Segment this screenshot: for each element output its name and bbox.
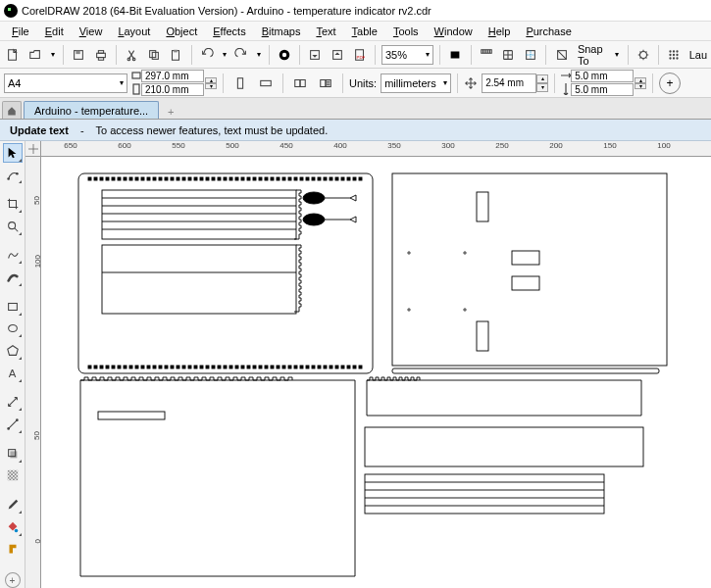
pick-tool[interactable]: [3, 143, 23, 163]
print-button[interactable]: [91, 44, 110, 66]
portrait-button[interactable]: [229, 73, 251, 94]
svg-point-29: [677, 53, 679, 55]
svg-rect-74: [171, 177, 174, 180]
connector-tool[interactable]: [3, 415, 23, 434]
duplicate-y-input[interactable]: 5.0 mm: [571, 83, 634, 96]
redo-dropdown[interactable]: ▾: [254, 50, 262, 59]
svg-rect-105: [353, 177, 356, 180]
svg-marker-164: [350, 195, 356, 201]
export-button[interactable]: [329, 44, 347, 66]
nudge-distance-input[interactable]: 2.54 mm: [482, 74, 536, 93]
menu-view[interactable]: View: [72, 24, 111, 39]
app-launcher-button[interactable]: [665, 44, 684, 66]
menu-help[interactable]: Help: [481, 24, 519, 39]
horizontal-ruler[interactable]: 650 600 550 500 450 400 350 300 250 200 …: [41, 141, 711, 157]
menu-layout[interactable]: Layout: [110, 24, 158, 39]
units-dropdown[interactable]: millimeters ▾: [381, 74, 451, 93]
svg-rect-142: [294, 366, 297, 368]
duplicate-x-input[interactable]: 5.0 mm: [571, 70, 634, 82]
svg-rect-151: [347, 366, 350, 368]
svg-text:A: A: [8, 368, 16, 379]
undo-button[interactable]: [198, 44, 217, 66]
menu-table[interactable]: Table: [344, 24, 385, 39]
snap-off-button[interactable]: [552, 44, 571, 66]
text-tool[interactable]: A: [3, 364, 23, 383]
page-width-input[interactable]: 297.0 mm: [141, 70, 204, 82]
svg-rect-100: [324, 177, 327, 180]
open-dropdown[interactable]: ▾: [48, 50, 56, 59]
svg-line-50: [8, 420, 17, 429]
zoom-tool[interactable]: [3, 217, 23, 236]
svg-line-49: [8, 398, 17, 407]
menu-file[interactable]: File: [4, 24, 37, 39]
add-tab-button[interactable]: +: [163, 105, 178, 119]
duplicate-spinner[interactable]: ▴▾: [635, 77, 646, 89]
publish-pdf-button[interactable]: PDF: [350, 44, 369, 66]
menu-window[interactable]: Window: [427, 24, 481, 39]
app-icon: [4, 4, 18, 18]
freehand-tool[interactable]: [3, 246, 23, 266]
import-button[interactable]: [306, 44, 325, 66]
menu-object[interactable]: Object: [158, 24, 205, 39]
welcome-tab-button[interactable]: [2, 101, 22, 119]
treat-as-filled-button[interactable]: +: [659, 73, 681, 94]
eyedropper-tool[interactable]: [3, 495, 23, 514]
show-rulers-button[interactable]: [477, 44, 495, 66]
page-size-dropdown[interactable]: A4 ▾: [4, 74, 127, 93]
crop-tool[interactable]: [3, 194, 23, 214]
svg-rect-129: [218, 366, 221, 368]
quick-customize-button[interactable]: +: [5, 572, 21, 588]
menu-bitmaps[interactable]: Bitmaps: [254, 24, 309, 39]
all-pages-button[interactable]: [289, 73, 311, 94]
artistic-media-tool[interactable]: [3, 268, 23, 287]
svg-rect-126: [200, 366, 203, 368]
shape-tool[interactable]: [3, 166, 23, 185]
menu-tools[interactable]: Tools: [385, 24, 427, 39]
rectangle-tool[interactable]: [3, 297, 23, 317]
svg-rect-77: [188, 177, 191, 180]
current-page-button[interactable]: [315, 73, 336, 94]
vertical-ruler[interactable]: 50 100 50 0: [25, 157, 41, 588]
drop-shadow-tool[interactable]: [3, 444, 23, 464]
new-button[interactable]: [4, 44, 23, 66]
transparency-tool[interactable]: [3, 466, 23, 486]
show-grid-button[interactable]: [499, 44, 518, 66]
svg-rect-66: [124, 177, 127, 180]
svg-rect-116: [141, 366, 144, 368]
show-guidelines-button[interactable]: [522, 44, 540, 66]
svg-line-44: [14, 228, 18, 232]
cut-button[interactable]: [123, 44, 141, 66]
menu-effects[interactable]: Effects: [205, 24, 253, 39]
polygon-tool[interactable]: [3, 341, 23, 361]
page-dim-spinner[interactable]: ▴▾: [205, 77, 217, 89]
ruler-origin-icon[interactable]: [25, 141, 41, 157]
dimension-tool[interactable]: [3, 393, 23, 413]
svg-rect-133: [241, 366, 244, 368]
redo-button[interactable]: [232, 44, 251, 66]
zoom-level-dropdown[interactable]: 35% ▾: [381, 45, 433, 65]
save-button[interactable]: [70, 44, 88, 66]
nudge-spinner[interactable]: ▴▾: [536, 74, 548, 92]
paste-button[interactable]: [167, 44, 185, 66]
fullscreen-preview-button[interactable]: [446, 44, 465, 66]
document-tab[interactable]: Arduino - temperature...: [24, 101, 159, 119]
snap-to-dropdown[interactable]: Snap To ▾: [575, 45, 622, 65]
ellipse-tool[interactable]: [3, 319, 23, 339]
options-button[interactable]: [634, 44, 652, 66]
search-content-button[interactable]: [276, 44, 294, 66]
undo-dropdown[interactable]: ▾: [220, 50, 228, 59]
property-bar: A4 ▾ 297.0 mm 210.0 mm ▴▾ Units: millime…: [0, 69, 711, 98]
drawing-canvas[interactable]: [41, 157, 711, 588]
smart-fill-tool[interactable]: [3, 540, 23, 560]
menu-text[interactable]: Text: [308, 24, 343, 39]
svg-rect-95: [294, 177, 297, 180]
landscape-button[interactable]: [255, 73, 277, 94]
menu-edit[interactable]: Edit: [37, 24, 72, 39]
menu-purchase[interactable]: Purchase: [518, 24, 579, 39]
svg-rect-45: [8, 303, 17, 310]
page-height-input[interactable]: 210.0 mm: [141, 83, 204, 96]
interactive-fill-tool[interactable]: [3, 517, 23, 537]
copy-button[interactable]: [144, 44, 163, 66]
svg-rect-64: [112, 177, 115, 180]
open-button[interactable]: [26, 44, 45, 66]
